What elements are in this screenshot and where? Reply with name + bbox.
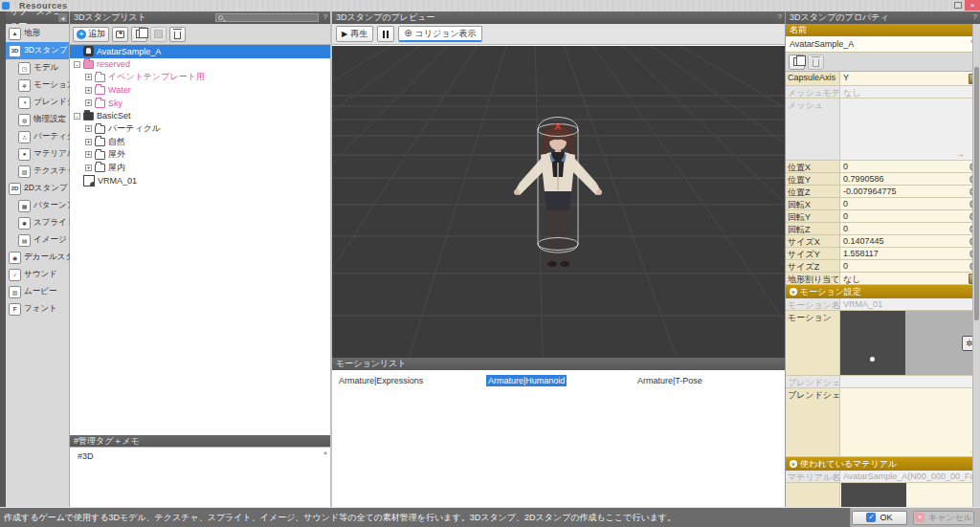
plus-icon: + <box>77 30 86 39</box>
row-rot-x: 回転X0 <box>786 198 980 210</box>
expander-icon[interactable]: + <box>85 151 92 158</box>
sidebar-item-sprite[interactable]: ✱スプライト <box>6 214 69 231</box>
row-size-z: サイズZ0 <box>786 260 980 273</box>
row-motion-name: モーション名 VRMA_01 <box>786 298 980 311</box>
sidebar-item-material[interactable]: ●マテリアル <box>6 145 69 163</box>
delete-button[interactable] <box>169 27 186 42</box>
sidebar-item-2d-stamp[interactable]: 2D2Dスタンプ <box>6 180 69 197</box>
motion-item-humanoid[interactable]: Armature|Humanoid <box>486 376 635 507</box>
motion-preview-cell[interactable]: ✲ <box>840 311 980 375</box>
play-button[interactable]: ▶再生 <box>336 26 373 42</box>
tree-item-particle[interactable]: +パーティクル <box>70 122 330 136</box>
material-icon: ● <box>18 148 31 161</box>
folder-icon <box>95 151 105 160</box>
properties-scrollbar[interactable] <box>972 24 980 507</box>
tree-item-indoor[interactable]: +屋内 <box>70 162 330 175</box>
sidebar-collapse-icon[interactable]: ◀ <box>58 13 67 22</box>
sidebar-item-pattern-anime[interactable]: ▦パターンアニメ <box>6 197 69 214</box>
sidebar-item-image[interactable]: ▤イメージ <box>6 231 69 249</box>
sidebar-item-model[interactable]: ◳モデル <box>6 59 69 77</box>
row-size-y: サイズY1.558117 <box>786 248 980 260</box>
character-model <box>514 123 602 267</box>
pos-x-input[interactable]: 0 <box>840 161 968 172</box>
expander-icon[interactable]: - <box>74 113 80 120</box>
motion-thumbnail[interactable] <box>840 311 905 375</box>
restore-window-icon[interactable] <box>951 0 965 11</box>
scroll-up-icon[interactable]: ▲ <box>323 450 328 455</box>
expander-icon[interactable]: + <box>85 74 92 80</box>
sidebar-item-font[interactable]: Fフォント <box>6 300 69 318</box>
tree-item-reserved[interactable]: -reserved <box>70 58 330 72</box>
materials-section-header[interactable]: v使われているマテリアル <box>786 457 980 471</box>
sidebar-item-physics[interactable]: ◍物理設定 <box>6 111 69 128</box>
tree-item-water[interactable]: +Water <box>70 84 330 98</box>
sidebar-item-blendshape[interactable]: ◑ブレンドシェイプ <box>6 94 69 111</box>
ok-button[interactable]: ✓OK <box>852 511 907 525</box>
pos-z-input[interactable]: -0.007964775 <box>840 186 968 197</box>
main-area: リソースメニュー ◀ ▲地形 3D3Dスタンプ ◳モデル ✲モーション ◑ブレン… <box>0 11 980 507</box>
sidebar-item-decal-stamp[interactable]: ◉デカールスタンプ <box>6 249 69 266</box>
scrollbar-thumb[interactable] <box>974 67 979 320</box>
capsule-axis-select[interactable]: Y <box>840 72 968 85</box>
rot-x-input[interactable]: 0 <box>840 198 968 209</box>
stamp-list-title: 3Dスタンプリスト <box>74 11 146 24</box>
name-field[interactable]: AvatarSample_A ✎ <box>786 36 980 53</box>
preview-help-button[interactable]: ? <box>778 12 782 21</box>
terrain-assign-select[interactable]: なし <box>840 273 968 284</box>
file-icon <box>83 175 95 187</box>
size-z-input[interactable]: 0 <box>840 260 968 272</box>
tree-item-sky[interactable]: +Sky <box>70 97 330 110</box>
copy-properties-button[interactable] <box>789 55 805 70</box>
sidebar-item-movie[interactable]: ▥ムービー <box>6 283 69 300</box>
tree-item-basicset[interactable]: -BasicSet <box>70 110 330 123</box>
add-folder-button[interactable] <box>112 27 128 42</box>
expander-icon[interactable]: - <box>74 61 80 68</box>
check-icon: ✓ <box>866 513 876 522</box>
properties-help-button[interactable]: ? <box>973 12 977 21</box>
sidebar-item-3d-stamp[interactable]: 3D3Dスタンプ <box>6 42 69 59</box>
tree-item-nature[interactable]: +自然 <box>70 136 330 149</box>
material-thumb-cell[interactable] <box>840 483 980 507</box>
expander-icon[interactable]: + <box>85 99 92 106</box>
memo-area[interactable]: #3D ▲ <box>70 447 330 507</box>
motion-item-tpose[interactable]: Armature|T-Pose <box>635 376 785 507</box>
pause-button[interactable] <box>377 26 394 42</box>
expander-icon[interactable]: + <box>85 87 92 94</box>
rot-y-input[interactable]: 0 <box>840 210 968 222</box>
tree-item-avatarsample[interactable]: AvatarSample_A <box>70 45 330 58</box>
decal-stamp-icon: ◉ <box>9 252 21 264</box>
folder-icon <box>95 74 105 82</box>
sidebar-item-sound[interactable]: ♪サウンド <box>6 266 69 283</box>
close-window-icon[interactable]: × <box>965 0 980 11</box>
sidebar-item-motion[interactable]: ✲モーション <box>6 77 69 94</box>
sidebar-item-terrain[interactable]: ▲地形 <box>6 25 69 42</box>
search-input[interactable] <box>215 13 319 22</box>
tree-item-vrma01[interactable]: VRMA_01 <box>70 174 330 187</box>
sound-icon: ♪ <box>9 269 21 281</box>
collision-toggle-button[interactable]: ⊕コリジョン表示 <box>398 26 481 42</box>
material-thumbnail[interactable] <box>841 483 906 507</box>
stamp-3d-icon: 3D <box>9 45 21 57</box>
tree-item-outdoor[interactable]: +屋外 <box>70 148 330 162</box>
viewport-3d[interactable] <box>332 46 785 358</box>
terrain-icon: ▲ <box>9 28 21 40</box>
rot-z-input[interactable]: 0 <box>840 223 968 234</box>
row-mesh: メッシュ → <box>786 99 980 161</box>
stamp-list-help-button[interactable]: ? <box>323 12 327 21</box>
duplicate-button[interactable] <box>131 27 147 42</box>
pos-y-input[interactable]: 0.7990586 <box>840 173 968 185</box>
size-y-input[interactable]: 1.558117 <box>840 248 968 259</box>
motion-item-expressions[interactable]: Armature|Expressions <box>337 376 486 507</box>
expand-cell-arrow-icon[interactable]: → <box>955 148 965 159</box>
expander-icon[interactable]: + <box>85 165 92 171</box>
sidebar-item-particle[interactable]: ∴パーティクル <box>6 128 69 145</box>
size-x-input[interactable]: 0.1407445 <box>840 235 968 247</box>
motion-section-header[interactable]: vモーション設定 <box>786 285 980 298</box>
sidebar-item-texture[interactable]: ▨テクスチャ <box>6 163 69 180</box>
expander-icon[interactable]: + <box>85 125 92 132</box>
tree-item-event-template[interactable]: +イベントテンプレート用 <box>70 71 330 84</box>
row-terrain-assign: 地形割り当てなし▾ <box>786 273 980 285</box>
blendshape-cell[interactable] <box>840 388 980 456</box>
add-stamp-button[interactable]: +追加 <box>73 27 109 42</box>
expander-icon[interactable]: + <box>85 139 92 145</box>
